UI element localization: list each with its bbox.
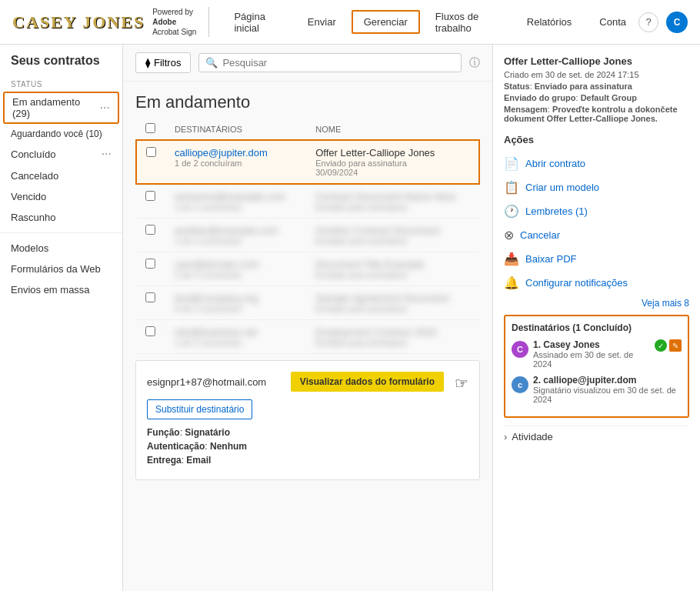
replace-recipient-button[interactable]: Substituir destinatário [147, 399, 252, 419]
row4-name: Document Title Example [315, 259, 470, 270]
sidebar-item-rascunho[interactable]: Rascunho [0, 207, 122, 228]
row2-recipient: someone@example.com [175, 191, 297, 202]
row2-name: Contract Document Name Here [315, 191, 470, 202]
entrega-label: Entrega [147, 455, 182, 466]
recipients-title: Destinatários (1 Concluído) [512, 322, 682, 333]
nav-relatorios[interactable]: Relatórios [515, 10, 585, 34]
action-modelo[interactable]: 📋 Criar um modelo [504, 175, 689, 199]
row5-checkbox[interactable] [145, 292, 155, 302]
table-row[interactable]: user@domain.com2 de 4 concluíram Documen… [136, 252, 479, 286]
edit-badge: ✎ [669, 339, 682, 352]
action-lembrete[interactable]: 🕐 Lembretes (1) [504, 199, 689, 223]
funcao-label: Função [147, 427, 180, 438]
sidebar-item-vencido[interactable]: Vencido [0, 186, 122, 207]
avatar-button[interactable]: C [666, 12, 688, 33]
row1-name-cell: Offer Letter-Calliope Jones Enviado para… [306, 140, 479, 184]
row2-checkbox[interactable] [145, 191, 155, 201]
nav-fluxos[interactable]: Fluxos de trabalho [423, 5, 512, 40]
see-more-link[interactable]: Veja mais 8 [504, 298, 689, 309]
row4-checkbox[interactable] [145, 259, 155, 269]
content-toolbar: ⧫ Filtros 🔍 ⓘ [123, 45, 492, 82]
notificacoes-icon: 🔔 [504, 275, 519, 290]
nav-enviar[interactable]: Enviar [295, 10, 348, 34]
help-button[interactable]: ? [638, 12, 658, 32]
filter-button[interactable]: ⧫ Filtros [135, 52, 191, 73]
sidebar-item-concluido-label: Concluído [11, 149, 56, 160]
row6-recipient: info@business.net [175, 326, 297, 338]
sidebar-item-em-andamento[interactable]: Em andamento (29) ··· [3, 92, 119, 124]
check-badge: ✓ [655, 339, 667, 352]
detail-status-label: Status [504, 82, 530, 91]
sidebar-item-envios-massa[interactable]: Envios em massa [0, 279, 122, 300]
recipient1-avatar: C [512, 341, 528, 358]
row1-contract-name: Offer Letter-Calliope Jones [315, 147, 469, 159]
detail-group-label: Enviado do grupo [504, 93, 576, 102]
recipient2-name: 2. calliope@jupiter.dom [533, 375, 682, 386]
table-row[interactable]: someone@example.com1 de 2 concluíram Con… [136, 184, 479, 219]
col-name-header: NOME [306, 119, 479, 140]
cursor-icon: ☞ [455, 374, 468, 392]
sidebar-item-concluido[interactable]: Concluído ··· [0, 142, 122, 165]
search-input[interactable] [222, 57, 455, 68]
baixar-label: Baixar PDF [525, 253, 576, 265]
view-form-label: Visualizar dados do formulário [300, 376, 435, 387]
concluido-dots[interactable]: ··· [102, 147, 112, 161]
action-baixar[interactable]: 📥 Baixar PDF [504, 247, 689, 271]
abrir-label: Abrir contrato [525, 158, 585, 169]
detail-message-label: Mensagem [504, 105, 548, 114]
action-abrir[interactable]: 📄 Abrir contrato [504, 152, 689, 175]
row6-checkbox[interactable] [145, 326, 155, 336]
sidebar-item-aguardando[interactable]: Aguardando você (10) [0, 125, 122, 142]
email-text: esignpr1+87@hotmail.com [147, 376, 283, 388]
detail-group-value: Default Group [581, 93, 637, 102]
table-row[interactable]: info@business.net1 de 2 concluíram Emplo… [136, 320, 479, 354]
content-area: ⧫ Filtros 🔍 ⓘ Em andamento DESTINATÁRIOS [123, 45, 492, 591]
cancelar-icon: ⊗ [504, 228, 514, 242]
action-cancelar[interactable]: ⊗ Cancelar [504, 223, 689, 247]
recipient1-info: 1. Casey Jones Assinado em 30 de set. de… [533, 339, 650, 369]
modelo-icon: 📋 [504, 180, 519, 195]
table-row[interactable]: calliope@jupiter.dom 1 de 2 concluíram O… [136, 140, 479, 184]
detail-panel: Offer Letter-Calliope Jones Criado em 30… [492, 45, 700, 591]
detail-message: Mensagem: Proveďte kontrolu a dokončete … [504, 105, 689, 123]
activity-label: Atividade [512, 431, 552, 442]
nav-inicio[interactable]: Página inicial [222, 5, 292, 40]
info-icon[interactable]: ⓘ [469, 56, 480, 70]
detail-status: Status: Enviado para assinatura [504, 82, 689, 91]
autenticacao-field: Autenticação: Nenhum [147, 441, 468, 452]
entrega-field: Entrega: Email [147, 455, 468, 466]
sidebar-item-rascunho-label: Rascunho [11, 212, 56, 223]
notificacoes-label: Configurar notificações [525, 277, 628, 289]
sidebar-item-formularios[interactable]: Formulários da Web [0, 259, 122, 279]
row4-recipient: user@domain.com [175, 259, 297, 270]
cancelar-label: Cancelar [520, 229, 560, 241]
row5-name: Sample Agreement Document [315, 292, 470, 304]
status-label: STATUS [0, 75, 122, 90]
row1-checkbox[interactable] [146, 147, 156, 157]
row1-contract-date: 30/09/2024 [315, 168, 469, 177]
recipient2-info: 2. calliope@jupiter.dom Signatário visua… [533, 375, 682, 404]
powered-by-text: Powered by Adobe Acrobat Sign [152, 7, 196, 37]
contracts-table-wrapper: DESTINATÁRIOS NOME calliope@jupiter.dom … [123, 119, 492, 354]
action-notificacoes[interactable]: 🔔 Configurar notificações [504, 271, 689, 295]
sidebar-item-cancelado[interactable]: Cancelado [0, 165, 122, 186]
row3-recipient: another@example.com [175, 225, 297, 236]
row3-name: Another Contract Document [315, 225, 470, 236]
header-actions: ? C [638, 12, 688, 33]
activity-section[interactable]: › Atividade [504, 426, 689, 447]
nav-gerenciar[interactable]: Gerenciar [352, 10, 420, 34]
entrega-value: Email [186, 455, 211, 466]
row3-checkbox[interactable] [145, 225, 155, 235]
view-form-button[interactable]: Visualizar dados do formulário [291, 372, 444, 392]
recipient-row-2: c 2. calliope@jupiter.dom Signatário vis… [512, 375, 682, 404]
nav-conta[interactable]: Conta [587, 10, 638, 34]
detail-status-value: Enviado para assinatura [535, 82, 632, 91]
table-row[interactable]: another@example.com1 de 3 concluíram Ano… [136, 219, 479, 252]
funcao-field: Função: Signatário [147, 427, 468, 438]
row1-recipient-sub: 1 de 2 concluíram [175, 159, 297, 168]
sidebar-item-modelos[interactable]: Modelos [0, 238, 122, 259]
sidebar-item-cancelado-label: Cancelado [11, 170, 58, 182]
select-all-checkbox[interactable] [145, 123, 155, 133]
em-andamento-dots[interactable]: ··· [100, 101, 110, 115]
table-row[interactable]: test@company.org0 de 2 concluíram Sample… [136, 286, 479, 320]
